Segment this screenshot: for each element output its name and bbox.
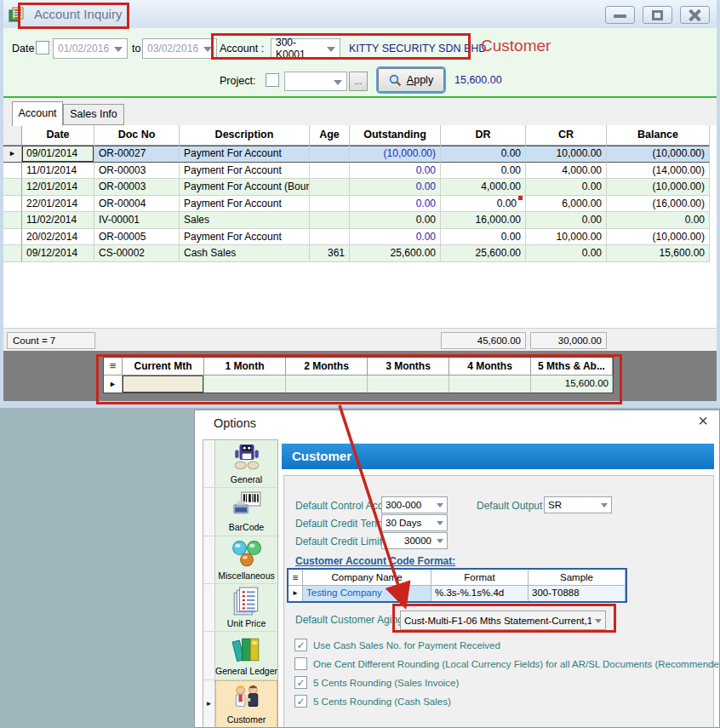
credit-limit-field[interactable]: 30000	[381, 532, 448, 549]
outstanding-cell: 25,600.00	[350, 245, 441, 262]
cf-company-cell[interactable]: Testing Company	[303, 586, 431, 601]
description-cell: Payment For Account (Bounc...	[180, 179, 310, 196]
dr-cell: 0.00	[441, 196, 526, 213]
aging-value-cell[interactable]	[204, 375, 286, 393]
checkbox-checked-icon[interactable]: ✓	[294, 639, 307, 651]
date-to-combo[interactable]: 03/02/2016	[142, 38, 217, 59]
project-combo[interactable]	[284, 72, 347, 91]
column-header-date[interactable]: Date	[22, 125, 94, 146]
sidebar-item-label: BarCode	[229, 522, 264, 532]
outstanding-cell: 0.00	[350, 163, 441, 180]
window-title: Account Inquiry	[34, 7, 122, 21]
tab-account[interactable]: Account	[12, 101, 63, 126]
date-label: Date	[12, 43, 34, 54]
docno-cell: OR-00027	[94, 146, 180, 163]
age-cell	[310, 212, 350, 229]
sidebar-item-label: General Ledger	[215, 666, 277, 676]
docno-cell: OR-00003	[94, 163, 180, 180]
table-row[interactable]: 22/01/2014OR-00004Payment For Account0.0…	[3, 196, 717, 213]
checkbox-unchecked-icon[interactable]	[294, 657, 307, 670]
apply-button[interactable]: Apply	[378, 68, 444, 92]
sidebar-item-indicator: ►	[203, 680, 215, 728]
account-name: KITTY SECURITY SDN BHD	[349, 43, 486, 54]
sidebar-item-unit-price[interactable]: Unit Price	[203, 584, 277, 632]
browse-button[interactable]: ...	[349, 72, 368, 91]
table-header-row: DateDoc NoDescriptionAgeOutstandingDRCRB…	[3, 125, 717, 146]
section-header: Customer	[282, 444, 714, 469]
account-label: Account :	[220, 43, 264, 54]
date-cell: 09/12/2014	[22, 245, 94, 262]
aging-value-cell[interactable]	[286, 375, 368, 393]
dr-cell: 4,000.00	[441, 179, 526, 196]
option-checkbox-row: ✓Use Cash Sales No. for Payment Received	[294, 639, 500, 651]
column-header-doc-no[interactable]: Doc No	[94, 125, 180, 146]
output-tax-combo[interactable]: SR	[544, 496, 612, 513]
column-header-outstanding[interactable]: Outstanding	[350, 125, 441, 146]
sidebar-item-miscellaneous[interactable]: Miscellaneous	[203, 536, 277, 584]
date-from-combo[interactable]: 01/02/2016	[53, 38, 128, 59]
control-account-label: Default Control Acco	[295, 500, 388, 512]
credit-terms-label: Default Credit Terms:	[295, 518, 391, 530]
table-row[interactable]: 20/02/2014OR-00005Payment For Account0.0…	[3, 229, 717, 246]
table-row[interactable]: 11/01/2014OR-00003Payment For Account0.0…	[3, 163, 717, 180]
date-checkbox[interactable]	[36, 41, 49, 54]
price-list-icon	[231, 587, 262, 617]
cr-cell: 6,000.00	[526, 196, 607, 213]
column-header-age[interactable]: Age	[310, 125, 350, 146]
description-cell: Sales	[180, 212, 310, 229]
apply-label: Apply	[407, 74, 433, 86]
sidebar-item-customer[interactable]: ►Customer	[203, 680, 277, 728]
maximize-button[interactable]	[643, 6, 672, 24]
table-row[interactable]: 11/02/2014IV-00001Sales0.0016,000.000.00…	[3, 212, 717, 229]
docno-cell: IV-00001	[94, 212, 180, 229]
cf-sample-cell[interactable]: 300-T0888	[529, 586, 626, 601]
sidebar-item-indicator	[203, 536, 215, 584]
dialog-title: Options	[214, 416, 256, 430]
column-header-dr[interactable]: DR	[441, 125, 526, 146]
aging-value-cell[interactable]	[368, 375, 449, 393]
chevron-down-icon	[327, 47, 335, 52]
total-cr: 30,000.00	[530, 332, 607, 349]
aging-value-cell[interactable]	[123, 375, 204, 393]
outstanding-cell: 0.00	[350, 229, 441, 246]
project-checkbox[interactable]	[266, 73, 279, 87]
table-row[interactable]: 12/01/2014OR-00003Payment For Account (B…	[3, 179, 717, 196]
aging-value-cell[interactable]	[449, 375, 531, 393]
row-indicator-icon	[3, 163, 22, 180]
code-format-grid: ≡Company NameFormatSample ►Testing Compa…	[287, 568, 627, 603]
credit-terms-combo[interactable]: 30 Days	[381, 514, 448, 531]
minimize-button[interactable]	[605, 6, 635, 24]
aging-format-combo[interactable]: Cust-Multi-F1-06 Mths Statement-Current,…	[400, 610, 606, 630]
grid-menu-icon[interactable]: ≡	[104, 358, 123, 375]
row-indicator-icon: ►	[3, 146, 22, 163]
sidebar-item-general-ledger[interactable]: General Ledger	[203, 632, 277, 679]
balance-cell: (16,000.00)	[607, 196, 710, 213]
grid-menu-icon[interactable]: ≡	[289, 570, 303, 586]
checkbox-checked-icon[interactable]: ✓	[294, 676, 307, 689]
checkbox-checked-icon[interactable]: ✓	[294, 695, 307, 708]
column-header-balance[interactable]: Balance	[607, 125, 710, 146]
outstanding-cell: (10,000.00)	[350, 146, 441, 163]
row-indicator-icon	[3, 229, 22, 246]
column-header-description[interactable]: Description	[180, 125, 310, 146]
tab-sales-info[interactable]: Sales Info	[63, 104, 124, 125]
table-row[interactable]: ►09/01/2014OR-00027Payment For Account(1…	[3, 146, 717, 163]
control-account-combo[interactable]: 300-000	[381, 496, 448, 513]
column-header-cr[interactable]: CR	[526, 125, 607, 146]
cf-format-cell[interactable]: %.3s-%.1s%.4d	[431, 586, 529, 601]
sidebar-item-general[interactable]: General	[203, 440, 277, 488]
row-count: Count = 7	[7, 332, 95, 349]
option-checkbox-row: ✓5 Cents Rounding (Sales Invoice)	[294, 676, 459, 689]
table-row[interactable]: 09/12/2014CS-00002Cash Sales36125,600.00…	[3, 245, 717, 262]
dialog-close-icon[interactable]: ×	[698, 412, 708, 429]
checkbox-label: Use Cash Sales No. for Payment Received	[313, 640, 500, 651]
filter-panel: Date 01/02/2016 to 03/02/2016 Account : …	[3, 28, 717, 96]
summary-bar: Count = 7 45,600.00 30,000.00	[3, 328, 717, 351]
date-cell: 22/01/2014	[22, 196, 94, 213]
close-button[interactable]	[680, 6, 710, 24]
chevron-down-icon	[114, 47, 123, 52]
aging-value-cell[interactable]: 15,600.00	[531, 375, 613, 393]
account-combo[interactable]: 300-K0001	[271, 38, 340, 59]
balance-cell: (10,000.00)	[607, 229, 710, 246]
sidebar-item-barcode[interactable]: BarCode	[203, 488, 277, 536]
